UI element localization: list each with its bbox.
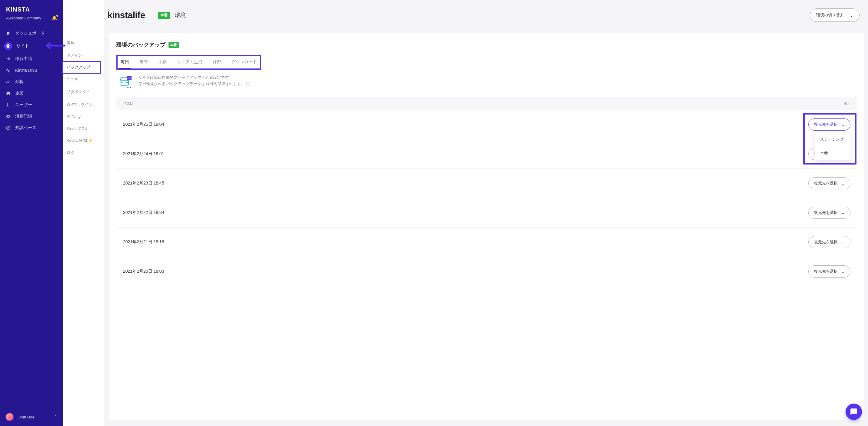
nav-label: Kinsta DNS (15, 68, 37, 73)
subnav-item[interactable]: Kinsta CDN (63, 123, 104, 134)
dropdown-item-live[interactable]: 本番 (815, 146, 850, 160)
chevron-down-icon: ⌄ (841, 122, 845, 127)
tab[interactable]: 外部 (211, 58, 223, 68)
chevron-up-icon: ⌃ (54, 415, 58, 419)
backup-date: 2021年2月23日 18:45 (123, 181, 164, 186)
main-sidebar: KINSTA Awesome Company 🔔 ダッシュボードサイト移行申請K… (0, 0, 63, 426)
subnav-item[interactable]: ログ (63, 146, 104, 159)
nav-label: 分析 (15, 79, 24, 85)
subnav-item[interactable]: ドメイン (63, 49, 104, 62)
col-created: 作成日 (123, 101, 133, 106)
subnav-item[interactable]: バックアップ (62, 61, 101, 74)
backup-date: 2021年2月20日 18:03 (123, 269, 164, 274)
backup-card: 環境のバックアップ 本番 毎日毎時手動システム生成外部ダウンロード サイトは毎日… (109, 33, 864, 420)
restore-button[interactable]: 復元先を選択⌄ (808, 177, 850, 189)
restore-label: 復元先を選択 (814, 122, 838, 127)
nav-label: 移行申請 (15, 56, 32, 62)
svg-point-7 (130, 87, 131, 88)
company-row: Awesome Company 🔔 (0, 15, 63, 28)
nav-item-dns[interactable]: Kinsta DNS (0, 65, 63, 76)
table-row: 2021年2月24日 19:01復元先を選択⌄ (116, 139, 857, 169)
avatar (5, 413, 14, 421)
restore-label: 復元先を選択 (814, 210, 838, 216)
restore-button[interactable]: 復元先を選択⌄ (808, 207, 850, 219)
site-name: kinstalife (107, 10, 145, 20)
nav-item-help[interactable]: 知識ベース (0, 122, 63, 134)
callout-arrow-icon (41, 42, 65, 51)
nav-item-layers[interactable]: サイト (0, 39, 63, 53)
share-icon (5, 56, 11, 62)
database-calendar-icon (118, 74, 133, 90)
restore-button[interactable]: 復元先を選択⌄ (808, 265, 850, 277)
chevron-down-icon[interactable]: ⌄ (150, 13, 153, 17)
user-name: John Doe (18, 415, 35, 419)
subnav-item[interactable]: 情報 (63, 36, 104, 49)
chevron-down-icon: ⌄ (841, 181, 845, 186)
nav-label: 企業 (15, 91, 24, 96)
subnav-item[interactable]: ツール (63, 73, 104, 86)
backup-date: 2021年2月21日 18:18 (123, 239, 164, 245)
nav-label: ダッシュボード (15, 31, 45, 36)
chat-fab[interactable] (845, 403, 862, 420)
building-icon (5, 91, 11, 96)
info-line2: 毎日作成されるバックアップデータは14日間保持されます。 (138, 81, 245, 86)
chevron-down-icon: ⌄ (841, 240, 845, 244)
restore-dropdown: ステージング本番 (815, 132, 850, 160)
tab[interactable]: システム生成 (175, 58, 204, 68)
table-row: 2021年2月25日 19:04復元先を選択⌄ステージング本番 (116, 110, 857, 139)
restore-button[interactable]: 復元先を選択⌄ (808, 119, 850, 131)
tab[interactable]: 毎時 (137, 58, 150, 68)
switch-env-button[interactable]: 環境の切り替え ⌄ (810, 8, 860, 22)
subnav-item[interactable]: IP Deny (63, 111, 104, 123)
info-line1: サイトは毎日自動的にバックアップされる設定です。 (138, 74, 250, 81)
env-badge: 本番 (158, 12, 170, 19)
layers-icon (5, 43, 11, 49)
svg-point-6 (127, 87, 128, 88)
nav-item-users[interactable]: ユーザー (0, 99, 63, 110)
nav-label: 知識ベース (15, 125, 36, 131)
user-row[interactable]: John Doe ⌃ (0, 408, 63, 426)
chevron-down-icon: ⌄ (850, 13, 853, 18)
main-content: kinstalife ⌄ 本番 環境 環境の切り替え ⌄ 環境のバックアップ 本… (104, 0, 868, 426)
col-restore: 復元 (844, 101, 850, 106)
subnav-item[interactable]: Kinsta APM ⚡ (63, 134, 104, 146)
nav-label: サイト (17, 43, 29, 49)
home-icon (5, 31, 11, 36)
bell-icon[interactable]: 🔔 (52, 15, 57, 20)
table-row: 2021年2月21日 18:18復元先を選択⌄ (116, 228, 857, 257)
backup-date: 2021年2月24日 19:01 (123, 151, 164, 157)
nav-item-share[interactable]: 移行申請 (0, 53, 63, 65)
tab[interactable]: 手動 (156, 58, 168, 68)
tab[interactable]: 毎日 (119, 58, 131, 68)
tab[interactable]: ダウンロード (230, 58, 259, 68)
nav-item-chart[interactable]: 分析 (0, 76, 63, 88)
dns-icon (5, 68, 11, 73)
nav-item-building[interactable]: 企業 (0, 88, 63, 99)
backup-info: サイトは毎日自動的にバックアップされる設定です。 毎日作成されるバックアップデー… (116, 74, 857, 90)
eye-icon (5, 113, 11, 119)
table-row: 2021年2月20日 18:03復元先を選択⌄ (116, 257, 857, 286)
svg-rect-5 (127, 77, 131, 79)
restore-button[interactable]: 復元先を選択⌄ (808, 236, 850, 248)
subnav-item[interactable]: リダイレクト (63, 86, 104, 98)
chart-icon (5, 79, 11, 85)
nav-label: 活動記録 (15, 113, 32, 119)
dropdown-item-staging[interactable]: ステージング (815, 132, 850, 146)
help-icon[interactable]: ? (246, 82, 250, 86)
table-row: 2021年2月22日 18:34復元先を選択⌄ (116, 198, 857, 228)
nav-item-eye[interactable]: 活動記録 (0, 110, 63, 122)
backup-date: 2021年2月25日 19:04 (123, 122, 164, 127)
page-header: kinstalife ⌄ 本番 環境 環境の切り替え ⌄ (104, 0, 868, 33)
nav-item-home[interactable]: ダッシュボード (0, 28, 63, 39)
help-icon (5, 125, 11, 131)
switch-env-label: 環境の切り替え (816, 12, 844, 18)
restore-label: 復元先を選択 (814, 181, 838, 186)
company-name: Awesome Company (6, 16, 41, 20)
users-icon (5, 102, 11, 107)
svg-point-0 (7, 103, 8, 104)
chevron-down-icon: ⌄ (841, 269, 845, 274)
card-title: 環境のバックアップ (116, 41, 165, 48)
table-row: 2021年2月23日 18:45復元先を選択⌄ (116, 169, 857, 198)
env-label: 環境 (175, 11, 186, 19)
subnav-item[interactable]: WPプラグイン (63, 98, 104, 111)
